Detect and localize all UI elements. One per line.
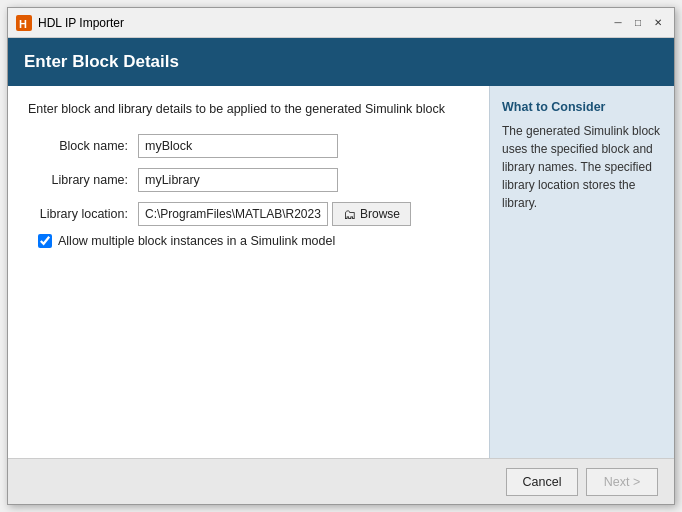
svg-text:H: H — [19, 18, 27, 30]
block-name-label: Block name: — [28, 139, 138, 153]
browse-label: Browse — [360, 207, 400, 221]
allow-multiple-checkbox[interactable] — [38, 234, 52, 248]
maximize-button[interactable]: □ — [630, 15, 646, 31]
title-bar: H HDL IP Importer ─ □ ✕ — [8, 8, 674, 38]
library-location-label: Library location: — [28, 207, 138, 221]
library-location-input[interactable] — [138, 202, 328, 226]
page-title: Enter Block Details — [24, 52, 658, 72]
body: Enter block and library details to be ap… — [8, 86, 674, 458]
library-name-row: Library name: — [28, 168, 469, 192]
form-area: Block name: Library name: Library locati… — [28, 134, 469, 226]
title-bar-controls: ─ □ ✕ — [610, 15, 666, 31]
library-name-input[interactable] — [138, 168, 338, 192]
cancel-button[interactable]: Cancel — [506, 468, 578, 496]
checkbox-label[interactable]: Allow multiple block instances in a Simu… — [58, 234, 335, 248]
main-window: H HDL IP Importer ─ □ ✕ Enter Block Deta… — [7, 7, 675, 505]
minimize-button[interactable]: ─ — [610, 15, 626, 31]
footer: Cancel Next > — [8, 458, 674, 504]
block-name-row: Block name: — [28, 134, 469, 158]
close-button[interactable]: ✕ — [650, 15, 666, 31]
checkbox-row: Allow multiple block instances in a Simu… — [38, 234, 469, 248]
browse-button[interactable]: 🗂 Browse — [332, 202, 411, 226]
app-icon: H — [16, 15, 32, 31]
library-name-label: Library name: — [28, 173, 138, 187]
page-header: Enter Block Details — [8, 38, 674, 86]
next-button[interactable]: Next > — [586, 468, 658, 496]
title-bar-text: HDL IP Importer — [38, 16, 610, 30]
sidebar-title: What to Consider — [502, 100, 662, 114]
description-text: Enter block and library details to be ap… — [28, 102, 469, 116]
sidebar: What to Consider The generated Simulink … — [489, 86, 674, 458]
library-location-row: Library location: 🗂 Browse — [28, 202, 469, 226]
main-content: Enter block and library details to be ap… — [8, 86, 489, 458]
sidebar-text: The generated Simulink block uses the sp… — [502, 122, 662, 212]
folder-icon: 🗂 — [343, 207, 356, 222]
block-name-input[interactable] — [138, 134, 338, 158]
